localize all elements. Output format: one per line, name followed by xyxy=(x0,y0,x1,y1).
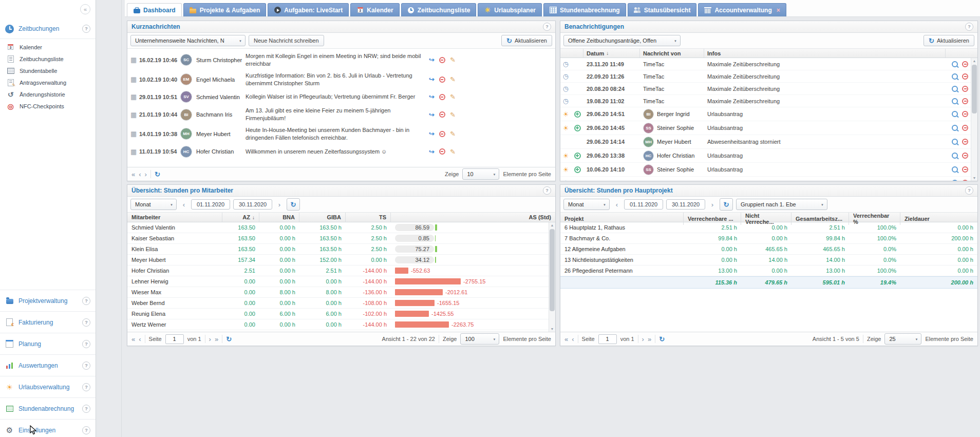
employee-row[interactable]: Wertz Werner 0.00 0.00 h 0.00 h -144.00 … xyxy=(127,319,549,330)
forward-icon[interactable] xyxy=(429,56,435,64)
scrollbar[interactable] xyxy=(971,58,977,181)
view-icon[interactable] xyxy=(952,111,958,117)
approve-icon[interactable] xyxy=(574,166,581,173)
notification-row[interactable]: 20.08.20 08:24 TimeTac Maximale Zeitüber… xyxy=(560,83,971,95)
sidebar-subitem[interactable]: Zeitbuchungsliste xyxy=(0,53,96,65)
next-period-icon[interactable]: › xyxy=(275,199,284,210)
message-filter-select[interactable]: Unternehmensweite Nachrichten, N xyxy=(130,35,246,46)
notification-row[interactable]: 29.06.20 14:45 SS Steiner Sophie Urlaubs… xyxy=(560,121,971,135)
employee-row[interactable]: Lehner Herwig 0.00 0.00 h 0.00 h -144.00… xyxy=(127,276,549,287)
tab[interactable]: Urlaubsplaner xyxy=(478,3,542,16)
scroll-up-icon[interactable] xyxy=(549,222,555,228)
view-icon[interactable] xyxy=(952,61,958,67)
period-select[interactable]: Monat xyxy=(130,199,177,210)
scroll-up-icon[interactable] xyxy=(971,58,977,64)
sidebar-item[interactable]: Auswertungen xyxy=(0,354,96,376)
delete-icon[interactable] xyxy=(962,61,968,67)
forward-icon[interactable] xyxy=(429,148,435,156)
prev-page-icon[interactable] xyxy=(572,336,574,343)
employee-row[interactable]: Wieser Max 0.00 8.00 h 8.00 h -136.00 h … xyxy=(127,287,549,298)
refresh-icon[interactable] xyxy=(226,336,232,343)
view-icon[interactable] xyxy=(952,98,958,104)
last-page-icon[interactable] xyxy=(215,336,218,343)
date-to-input[interactable]: 30.11.2020 xyxy=(666,199,705,210)
help-icon[interactable] xyxy=(82,362,90,370)
delete-icon[interactable] xyxy=(962,166,968,173)
delete-icon[interactable] xyxy=(962,98,968,104)
help-icon[interactable] xyxy=(965,186,973,195)
employee-row[interactable]: Klein Elisa 163.50 0.00 h 163.50 h 2.50 … xyxy=(127,244,549,255)
column-header-infos[interactable]: Infos xyxy=(704,49,946,58)
edit-icon[interactable] xyxy=(450,111,456,119)
help-icon[interactable] xyxy=(965,23,973,31)
column-header-mitarbeiter[interactable]: Mitarbeiter xyxy=(127,213,222,222)
next-page-icon[interactable] xyxy=(642,336,644,343)
refresh-button[interactable]: Aktualisieren xyxy=(501,35,552,46)
date-to-input[interactable]: 30.11.2020 xyxy=(233,199,272,210)
employee-row[interactable]: Schmied Valentin 163.50 0.00 h 163.50 h … xyxy=(127,222,549,233)
help-icon[interactable] xyxy=(82,383,90,391)
page-size-select[interactable]: 10 xyxy=(462,168,499,180)
page-size-select[interactable]: 100 xyxy=(460,333,499,345)
scroll-down-icon[interactable] xyxy=(549,326,555,332)
scrollbar-thumb[interactable] xyxy=(550,229,555,311)
refresh-button[interactable] xyxy=(720,198,733,211)
view-icon[interactable] xyxy=(952,153,958,159)
notification-row[interactable]: 17.05.20 19:35 TimeTac Maximale Zeitüber… xyxy=(560,177,971,181)
edit-icon[interactable] xyxy=(450,56,456,64)
help-icon[interactable] xyxy=(543,23,551,31)
tab[interactable]: Stundenabrechnung xyxy=(543,3,626,16)
prev-page-icon[interactable] xyxy=(139,171,141,178)
scroll-down-icon[interactable] xyxy=(971,175,977,181)
help-icon[interactable] xyxy=(543,186,551,195)
employee-row[interactable]: Meyer Hubert 157.34 0.00 h 152.00 h 0.00… xyxy=(127,255,549,265)
close-icon[interactable]: × xyxy=(777,7,780,14)
refresh-button[interactable]: Aktualisieren xyxy=(924,35,974,46)
approve-icon[interactable] xyxy=(574,153,581,159)
tab[interactable]: Zeitbuchungsliste xyxy=(401,3,477,16)
date-from-input[interactable]: 01.11.2020 xyxy=(624,199,663,210)
column-header-bna[interactable]: BNA xyxy=(259,213,299,222)
delete-icon[interactable] xyxy=(439,57,445,63)
delete-icon[interactable] xyxy=(439,77,445,83)
scrollbar-thumb[interactable] xyxy=(972,65,977,113)
view-icon[interactable] xyxy=(952,180,958,181)
forward-icon[interactable] xyxy=(429,93,435,101)
sidebar-item[interactable]: Urlaubsverwaltung xyxy=(0,376,96,397)
approve-icon[interactable] xyxy=(574,111,581,118)
edit-icon[interactable] xyxy=(450,130,456,138)
edit-icon[interactable] xyxy=(450,75,456,83)
tab[interactable]: Accountverwaltung × xyxy=(698,3,786,16)
view-icon[interactable] xyxy=(952,73,958,80)
sidebar-subitem[interactable]: Stundentabelle xyxy=(0,65,96,77)
column-header-von[interactable]: Nachricht von xyxy=(640,49,704,58)
column-header-ts[interactable]: TS xyxy=(346,213,391,222)
next-period-icon[interactable]: › xyxy=(708,199,717,210)
project-row[interactable]: 12 Allgemeine Aufgaben 0.00 h 465.65 h 4… xyxy=(560,244,977,255)
forward-icon[interactable] xyxy=(429,130,435,138)
tab[interactable]: Aufgaben: LiveStart xyxy=(268,3,349,16)
first-page-icon[interactable] xyxy=(564,336,568,343)
delete-icon[interactable] xyxy=(962,125,968,131)
view-icon[interactable] xyxy=(952,86,958,92)
group-by-select[interactable]: Gruppiert nach 1. Ebe xyxy=(736,199,827,210)
delete-icon[interactable] xyxy=(962,86,968,92)
view-icon[interactable] xyxy=(952,166,958,173)
sidebar-item-zeitbuchungen[interactable]: Zeitbuchungen xyxy=(0,23,96,35)
delete-icon[interactable] xyxy=(962,111,968,117)
refresh-icon[interactable] xyxy=(659,336,665,343)
sidebar-item[interactable]: Einstellungen xyxy=(0,419,96,437)
notification-filter-select[interactable]: Offene Zeitbuchungsanträge, Offen xyxy=(563,35,681,46)
delete-icon[interactable] xyxy=(962,73,968,80)
employee-row[interactable]: Reunig Elena 0.00 6.00 h 6.00 h -102.00 … xyxy=(127,309,549,319)
prev-period-icon[interactable]: ‹ xyxy=(180,199,188,210)
tab[interactable]: Statusübersicht xyxy=(628,3,697,16)
help-icon[interactable] xyxy=(82,318,90,327)
sidebar-subitem[interactable]: NFC-Checkpoints xyxy=(0,100,96,112)
notification-row[interactable]: 23.11.20 11:49 TimeTac Maximale Zeitüber… xyxy=(560,58,971,70)
edit-icon[interactable] xyxy=(450,93,456,101)
forward-icon[interactable] xyxy=(429,75,435,83)
project-row[interactable]: 13 Nichtleistungstätigkeiten 0.00 h 14.0… xyxy=(560,255,977,265)
sidebar-subitem[interactable]: Kalender xyxy=(0,41,96,53)
notification-row[interactable]: 22.09.20 11:26 TimeTac Maximale Zeitüber… xyxy=(560,70,971,83)
